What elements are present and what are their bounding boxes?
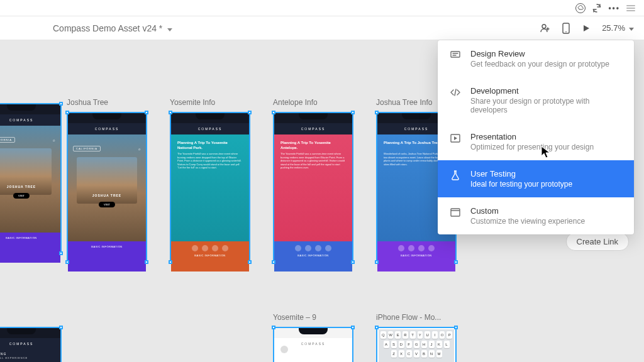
artboard-label[interactable]: Yosemite Info: [170, 98, 250, 107]
action-label: BASIC INFORMATION: [6, 236, 36, 239]
artboard-row: Bam! COMPASS CAMPINGFIREFALL EXPERIENCE …: [0, 313, 457, 362]
mini-keyboard: QWERTYUIOP ASDFGHJKL ZXCVBNM: [379, 329, 454, 362]
artboard[interactable]: Antelope Info COMPASS Planning A Trip To…: [273, 98, 353, 263]
share-option-title: Presentation: [470, 132, 594, 141]
artboard-label[interactable]: Joshua Tree: [67, 98, 147, 107]
artboard[interactable]: iPhone Flow - Mo... QWERTYUIOP ASDFGHJKL…: [376, 313, 457, 362]
visit-button: VISIT: [13, 193, 30, 199]
play-icon[interactable]: [582, 24, 591, 33]
artboard[interactable]: Yosemite – 9 COMPASS: [273, 313, 353, 362]
artboard-label[interactable]: iPhone Flow - Mo...: [376, 313, 457, 322]
keyboard-key: Z: [391, 350, 397, 358]
document-title[interactable]: Compass Demo Asset v24 *: [53, 23, 172, 33]
action-label: BASIC INFORMATION: [194, 254, 225, 257]
keyboard-key: D: [399, 341, 404, 348]
artboard[interactable]: Bam! COMPASS CAMPINGFIREFALL EXPERIENCE: [0, 313, 44, 362]
artboard-label[interactable]: Antelope Info: [273, 98, 353, 107]
keyboard-key: E: [395, 331, 401, 339]
share-option-user-testing[interactable]: User Testing Ideal for testing your prot…: [438, 160, 634, 197]
mini-brand: COMPASS: [0, 114, 60, 126]
keyboard-key: W: [388, 331, 394, 339]
artboard-frame[interactable]: COMPASS CALIFORNIA⌕ JOSHUA TREE VISIT BA…: [0, 103, 62, 254]
keyboard-key: O: [440, 331, 445, 339]
mini-brand: COMPASS: [0, 338, 60, 349]
share-option-subtitle: Customize the viewing experience: [470, 217, 585, 226]
share-option-custom[interactable]: Custom Customize the viewing experience: [438, 197, 634, 234]
keyboard-key: C: [406, 350, 412, 358]
artboard-frame[interactable]: COMPASS: [273, 327, 353, 362]
keyboard-key: J: [429, 341, 435, 348]
artboard-spacer: [67, 313, 147, 362]
share-option-title: Design Review: [470, 49, 609, 58]
share-option-development[interactable]: Development Share your design or prototy…: [438, 77, 634, 123]
share-option-subtitle: Ideal for testing your prototype: [470, 180, 572, 189]
svg-rect-5: [451, 209, 460, 216]
more-icon[interactable]: •••: [608, 4, 620, 13]
mini-brand: COMPASS: [274, 123, 352, 134]
chevron-down-icon: [166, 23, 172, 33]
keyboard-key: G: [414, 341, 419, 348]
document-title-text: Compass Demo Asset v24 *: [53, 23, 162, 33]
svg-rect-3: [451, 52, 460, 57]
creative-cloud-icon[interactable]: [575, 3, 586, 13]
keyboard-key: B: [421, 350, 427, 358]
device-preview-icon[interactable]: [562, 23, 570, 34]
keyboard-key: T: [410, 331, 416, 339]
keyboard-key: M: [436, 350, 442, 358]
artboard-frame[interactable]: COMPASS Planning A Trip To Yosemite Nati…: [170, 112, 250, 263]
keyboard-key: F: [406, 341, 412, 348]
artboard-frame[interactable]: COMPASS CAMPINGFIREFALL EXPERIENCE: [0, 327, 62, 362]
create-link-button[interactable]: Create Link: [566, 233, 629, 251]
share-option-subtitle: Optimized for presenting your design: [470, 143, 594, 151]
share-option-presentation[interactable]: Presentation Optimized for presenting yo…: [438, 123, 634, 160]
action-label: BASIC INFORMATION: [401, 254, 431, 257]
share-option-title: Development: [470, 86, 623, 96]
artboard[interactable]: Joshua Tree COMPASS CALIFORNIA⌕ JOSHUA T…: [67, 98, 147, 263]
artboard-label[interactable]: Bam!: [0, 313, 44, 322]
hero-title: Planning A Trip To Yosemite National Par…: [177, 141, 243, 151]
chip: CALIFORNIA: [73, 146, 101, 151]
artboard-spacer: [170, 313, 250, 362]
hero-blurb: The Yosemite Firefall was a summer-time …: [177, 152, 243, 170]
keyboard-key: P: [447, 331, 452, 339]
mini-brand: COMPASS: [171, 123, 249, 134]
zoom-value: 25.7%: [602, 23, 625, 33]
keyboard-key: I: [432, 331, 438, 339]
svg-point-2: [565, 31, 567, 32]
flask-icon: [449, 169, 462, 182]
create-link-label: Create Link: [577, 237, 618, 246]
keyboard-key: Q: [380, 331, 386, 339]
code-icon: [449, 86, 462, 99]
share-option-design-review[interactable]: Design Review Get feedback on your desig…: [438, 40, 634, 77]
keyboard-key: S: [391, 341, 397, 348]
keyboard-key: Y: [418, 331, 423, 339]
artboard[interactable]: Yosemite Info COMPASS Planning A Trip To…: [170, 98, 250, 263]
action-label: BASIC INFORMATION: [91, 245, 122, 248]
share-mode-dropdown: Design Review Get feedback on your desig…: [438, 40, 634, 234]
comment-icon: [449, 49, 462, 62]
share-option-title: Custom: [470, 206, 585, 216]
keyboard-key: H: [421, 341, 427, 348]
card-title: JOSHUA TREE: [92, 194, 121, 197]
hero-title: Planning A Trip To Yosemite Antelope.: [280, 141, 346, 151]
artboard-row: COMPASS CALIFORNIA⌕ JOSHUA TREE VISIT BA…: [0, 98, 457, 263]
svg-point-0: [542, 25, 546, 28]
zoom-level[interactable]: 25.7%: [602, 23, 634, 33]
window-icon: [449, 206, 462, 219]
artboard[interactable]: COMPASS CALIFORNIA⌕ JOSHUA TREE VISIT BA…: [0, 98, 44, 263]
list-icon[interactable]: [626, 5, 635, 11]
sync-icon[interactable]: [592, 3, 602, 13]
keyboard-key: N: [429, 350, 435, 358]
keyboard-key: K: [436, 341, 442, 348]
artboard-label[interactable]: Yosemite – 9: [273, 313, 353, 322]
camping-label: CAMPINGFIREFALL EXPERIENCE: [0, 349, 60, 362]
keyboard-key: R: [402, 331, 408, 339]
system-menubar: •••: [0, 0, 644, 16]
chip: CALIFORNIA: [0, 137, 15, 143]
artboard-frame[interactable]: QWERTYUIOP ASDFGHJKL ZXCVBNM: [376, 327, 457, 362]
add-user-icon[interactable]: [539, 23, 550, 34]
artboard-frame[interactable]: COMPASS CALIFORNIA⌕ JOSHUA TREE VISIT BA…: [67, 112, 147, 263]
keyboard-key: U: [425, 331, 430, 339]
artboard-frame[interactable]: COMPASS Planning A Trip To Yosemite Ante…: [273, 112, 353, 263]
mini-brand: COMPASS: [68, 123, 146, 134]
